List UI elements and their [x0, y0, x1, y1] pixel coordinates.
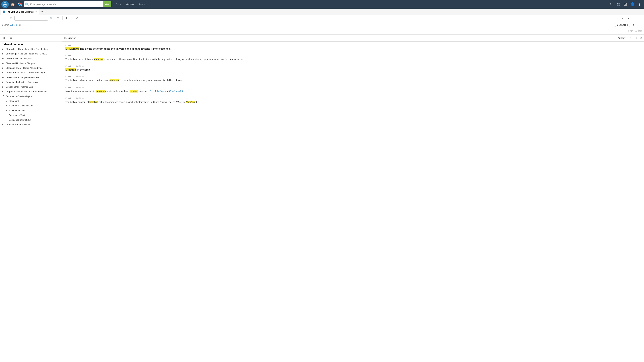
- article-type-dropdown[interactable]: Article ▾: [616, 36, 628, 40]
- sidebar-list-icon[interactable]: ≡: [2, 35, 7, 40]
- toc-item[interactable]: ▶ Chronology of the Old Testament – Circ…: [0, 51, 62, 56]
- user-button[interactable]: 👤: [629, 1, 636, 7]
- heading-highlight: Creation: [66, 68, 76, 71]
- toc-item[interactable]: ▶ Codex Ambrosianus – Codex Washington..…: [0, 70, 62, 75]
- toc-item-label: Cleopatra Thea – Codex Alexandrinus: [6, 66, 42, 69]
- home-button[interactable]: 🏠: [10, 1, 16, 8]
- toc-item-label: Conaniah the Levite – Conversion: [6, 81, 38, 84]
- toc-arrow-icon: ▶: [6, 105, 9, 107]
- toc-arrow-icon: ▶: [2, 53, 5, 55]
- article-nav-up[interactable]: ↑: [628, 35, 633, 40]
- tab-close-button[interactable]: ×: [35, 10, 37, 13]
- toc-sub-item[interactable]: ▶ Covenant, Critical Issues: [0, 103, 62, 108]
- svg-rect-8: [617, 4, 618, 6]
- share-button[interactable]: [622, 1, 628, 7]
- toc-item[interactable]: ▶ Crafts in Roman Palestine: [0, 122, 62, 127]
- result-text: The biblical concept of creation actuall…: [66, 100, 641, 104]
- keyboard-button[interactable]: ⌨: [638, 30, 642, 33]
- anchor-button[interactable]: //: [74, 15, 80, 21]
- sidebar-copy-icon[interactable]: ⧉: [8, 35, 13, 40]
- toc-arrow-icon: ▶: [2, 57, 5, 60]
- gen-link-2[interactable]: Gen 2:4b–25: [169, 90, 183, 92]
- connect-button[interactable]: ⬡: [55, 15, 61, 21]
- tools-link[interactable]: Tools: [136, 2, 147, 7]
- toc-item[interactable]: ▶ Cleopatra Thea – Codex Alexandrinus: [0, 66, 62, 70]
- toolbar-search-icon[interactable]: 🔍: [49, 15, 54, 21]
- article-nav-down[interactable]: ↓: [634, 35, 639, 40]
- nav-dropdown-button[interactable]: ▾: [632, 16, 636, 21]
- article-close-button[interactable]: ×: [640, 36, 642, 40]
- all-text-filter[interactable]: All Text: [10, 24, 17, 26]
- search-term-input[interactable]: creation: [2, 30, 626, 33]
- toc-item[interactable]: ▶ Chronicler – Chronology of the New Tes…: [0, 47, 62, 51]
- toc-item-label: Codex Ambrosianus – Codex Washington...: [6, 71, 48, 74]
- result-count: 1,377: [628, 30, 634, 32]
- nav-back-button[interactable]: ‹: [620, 16, 625, 21]
- toc-item-expanded[interactable]: ▶ Covenant – Creation Myths: [0, 94, 62, 99]
- for-label: for: [18, 24, 21, 26]
- refresh-button[interactable]: ↻: [608, 1, 614, 7]
- search-input[interactable]: [30, 1, 103, 7]
- search-icon: 🔍: [24, 1, 30, 7]
- result-text: The biblical presentation of creation is…: [66, 57, 641, 61]
- toc-arrow-icon: ▶: [2, 76, 5, 79]
- sidebar-header: ≡ ⧉: [0, 34, 62, 41]
- inline-highlight: creation: [130, 90, 138, 92]
- docs-link[interactable]: Docs: [113, 2, 124, 7]
- toc-item-label: Chronicler – Chronology of the New Testa…: [6, 48, 48, 51]
- nav-forward-button[interactable]: ›: [626, 16, 631, 21]
- toc-arrow-icon: ▶: [2, 86, 5, 88]
- toc-item[interactable]: ▶ Clean and Unclean – Cleopas: [0, 61, 62, 66]
- menu-button[interactable]: ⋮: [636, 1, 643, 7]
- clear-search-button[interactable]: ⊗: [635, 30, 637, 33]
- sidebar: ≡ ⧉ Table of Contents ▶ Chronicler – Chr…: [0, 34, 62, 362]
- toc-arrow-icon: ▶: [6, 109, 9, 112]
- toc-item[interactable]: ▶ Coele-Syria – Complementarianism: [0, 75, 62, 80]
- nav-divider: [149, 2, 149, 7]
- toc-sub-item[interactable]: ▶ Covenant: [0, 99, 62, 103]
- pause-button[interactable]: ⏸: [64, 15, 70, 21]
- toc-item[interactable]: ▶ Cisjordan – Claudius Lysias: [0, 56, 62, 61]
- heading-rest: in the Bible: [76, 68, 90, 71]
- sidebar-menu-button[interactable]: ≡: [2, 15, 7, 21]
- toc-item-label: Covenant – Creation Myths: [6, 95, 32, 98]
- library-button[interactable]: 📚: [17, 1, 24, 8]
- svg-point-1: [4, 3, 6, 5]
- tab-title: The Lexham Bible Dictionary: [6, 10, 34, 13]
- toc-item[interactable]: ▶ Conaniah the Levite – Conversion: [0, 80, 62, 84]
- tab-icon: [3, 10, 5, 13]
- result-book-label: Creation: [66, 54, 641, 57]
- breadcrumb-c[interactable]: C: [64, 37, 66, 39]
- add-tab-button[interactable]: +: [40, 9, 45, 14]
- close-filter-button[interactable]: ×: [637, 22, 642, 27]
- result-section: Creation in the Bible The biblical text …: [66, 75, 641, 82]
- nav-links: Docs Guides Tools: [113, 2, 147, 7]
- copy-button[interactable]: ⧉: [8, 15, 14, 21]
- guides-link[interactable]: Guides: [124, 2, 136, 7]
- gen-link-1[interactable]: Gen 1:1–2:4a: [150, 90, 164, 92]
- sentence-label: Sentence: [617, 24, 626, 26]
- toc-title: Table of Contents: [0, 41, 62, 47]
- result-section: Creation in the Bible Most traditional v…: [66, 86, 641, 93]
- layout-button[interactable]: [615, 1, 622, 7]
- result-book-label: Creation: [66, 44, 641, 46]
- toolbar-more-button[interactable]: ⋮: [637, 16, 642, 21]
- toc-leaf-item[interactable]: Cozbi, Daughter of Zur: [0, 118, 62, 122]
- toc-item-label: Copper Scroll – Corner Gate: [6, 85, 33, 88]
- share-result-button[interactable]: ↑: [631, 22, 636, 27]
- active-tab[interactable]: The Lexham Bible Dictionary ×: [1, 9, 39, 14]
- logo-button[interactable]: [1, 1, 9, 8]
- breadcrumb-current: Creation: [68, 37, 76, 39]
- toc-item[interactable]: ▶ Copper Scroll – Corner Gate: [0, 85, 62, 89]
- svg-rect-6: [617, 3, 618, 4]
- pause-dropdown[interactable]: ▾: [70, 15, 73, 21]
- sentence-dropdown[interactable]: Sentence ▾: [615, 23, 630, 27]
- go-button[interactable]: GO: [103, 1, 111, 7]
- toc-item[interactable]: ▶ Corporate Personality – Court of the G…: [0, 89, 62, 94]
- toolbar-search-input[interactable]: Creation: [14, 16, 48, 21]
- toc-sub-item-label: Covenant, Critical Issues: [10, 104, 34, 107]
- search-input-bar: creation 1,377 ⊗ ⌨: [0, 28, 644, 34]
- toc-leaf-item[interactable]: Covenant of Salt: [0, 113, 62, 118]
- result-section: Creation in the Bible Creation in the Bi…: [66, 65, 641, 71]
- toc-sub-item[interactable]: ▶ Covenant Code: [0, 108, 62, 113]
